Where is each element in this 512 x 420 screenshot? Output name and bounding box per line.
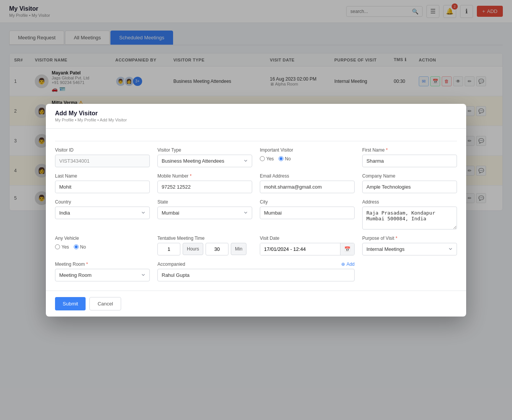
divider	[55, 141, 457, 141]
city-group: City	[260, 199, 355, 219]
visitor-id-input	[55, 155, 150, 167]
visitor-type-label: Visitor Type	[157, 147, 252, 153]
city-input[interactable]	[260, 207, 355, 219]
visitor-type-group: Visitor Type Business Meeting Attendees …	[157, 147, 252, 167]
address-group: Address Raja Prasadam, Kondapur Mumbai 5…	[362, 199, 457, 219]
important-yes-label[interactable]: Yes	[260, 156, 274, 162]
last-name-label: Last Name	[55, 173, 150, 179]
company-label: Company Name	[362, 173, 457, 179]
first-name-input[interactable]	[362, 155, 457, 167]
important-yes-radio[interactable]	[260, 156, 265, 161]
email-group: Email Address	[260, 173, 355, 193]
modal: Add My Visitor My Profile • My Profile •…	[46, 104, 466, 219]
mobile-required: *	[190, 173, 192, 179]
modal-body: Visitor ID Visitor Type Business Meeting…	[46, 129, 466, 219]
important-no-label[interactable]: No	[279, 156, 291, 162]
country-group: Country IndiaUSAUKOthers	[55, 199, 150, 219]
important-visitor-label: Important Visitor	[260, 147, 355, 153]
email-label: Email Address	[260, 173, 355, 179]
first-name-label: First Name *	[362, 147, 457, 153]
mobile-group: Mobile Number *	[157, 173, 252, 193]
mobile-input[interactable]	[157, 181, 252, 193]
mobile-label: Mobile Number *	[157, 173, 252, 179]
state-label: State	[157, 199, 252, 205]
visitor-type-select[interactable]: Business Meeting Attendees Contractors o…	[157, 155, 252, 167]
form-row-2: Last Name Mobile Number * Email Address …	[55, 173, 457, 193]
last-name-group: Last Name	[55, 173, 150, 193]
first-name-group: First Name *	[362, 147, 457, 167]
address-label: Address	[362, 199, 457, 205]
state-select[interactable]: MumbaiDelhiBangaloreOthers	[157, 207, 252, 219]
visitor-id-label: Visitor ID	[55, 147, 150, 153]
visitor-id-group: Visitor ID	[55, 147, 150, 167]
important-no-radio[interactable]	[279, 156, 284, 161]
country-select[interactable]: IndiaUSAUKOthers	[55, 207, 150, 219]
state-group: State MumbaiDelhiBangaloreOthers	[157, 199, 252, 219]
country-label: Country	[55, 199, 150, 205]
company-input[interactable]	[362, 181, 457, 193]
modal-breadcrumb: My Profile • My Profile • Add My Visitor	[55, 118, 457, 122]
modal-overlay[interactable]: Add My Visitor My Profile • My Profile •…	[0, 0, 512, 218]
email-input[interactable]	[260, 181, 355, 193]
last-name-input[interactable]	[55, 181, 150, 193]
form-row-1: Visitor ID Visitor Type Business Meeting…	[55, 147, 457, 167]
important-visitor-group: Important Visitor Yes No	[260, 147, 355, 167]
modal-header: Add My Visitor My Profile • My Profile •…	[46, 104, 466, 129]
city-label: City	[260, 199, 355, 205]
address-input[interactable]: Raja Prasadam, Kondapur Mumbai 500084, I…	[362, 207, 457, 219]
company-group: Company Name	[362, 173, 457, 193]
first-name-required: *	[386, 147, 388, 153]
form-row-3: Country IndiaUSAUKOthers State MumbaiDel…	[55, 199, 457, 219]
modal-title: Add My Visitor	[55, 110, 457, 117]
important-visitor-radios: Yes No	[260, 156, 355, 162]
